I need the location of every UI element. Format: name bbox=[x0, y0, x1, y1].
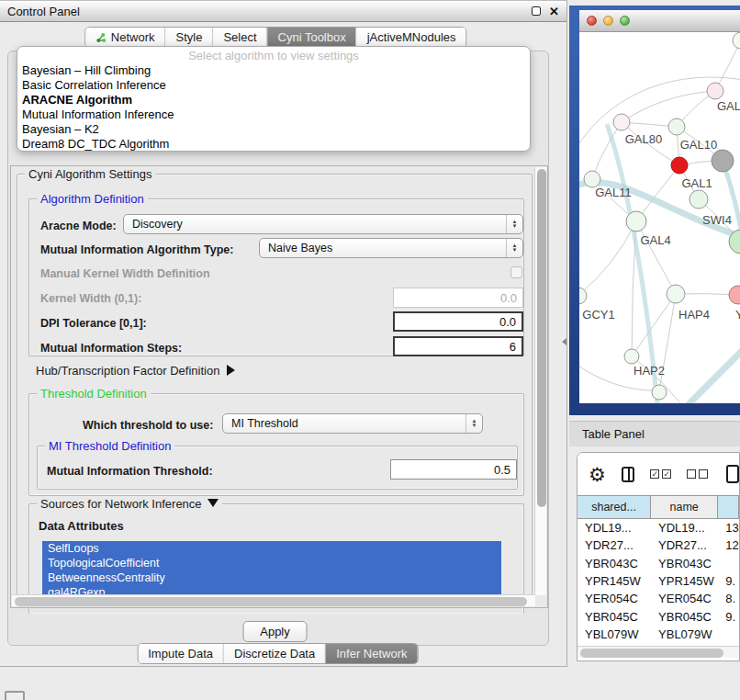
tab-network[interactable]: Network bbox=[85, 28, 166, 47]
tab-infer-network[interactable]: Infer Network bbox=[326, 644, 417, 663]
mi-type-combo[interactable]: Naive Bayes ▲▼ bbox=[259, 238, 523, 258]
tab-label: Discretize Data bbox=[234, 647, 315, 660]
attribute-list-item[interactable]: TopologicalCoefficient bbox=[42, 556, 501, 570]
tab-impute-data[interactable]: Impute Data bbox=[138, 644, 224, 663]
tab-select[interactable]: Select bbox=[213, 28, 267, 47]
sources-title-text: Sources for Network Inference bbox=[40, 497, 202, 511]
network-node-hap4[interactable] bbox=[667, 285, 685, 303]
column-header-name[interactable]: name bbox=[651, 496, 718, 518]
sources-group-title[interactable]: Sources for Network Inference bbox=[37, 497, 222, 511]
table-row[interactable]: YBL079WYBL079W bbox=[577, 626, 739, 643]
mi-threshold-label: Mutual Information Threshold: bbox=[47, 465, 213, 478]
manual-kernel-checkbox[interactable] bbox=[510, 266, 522, 278]
network-node-gcy1[interactable] bbox=[579, 288, 587, 304]
mac-close-icon[interactable] bbox=[587, 16, 597, 26]
data-attributes-list[interactable]: SelfLoopsTopologicalCoefficientBetweenne… bbox=[42, 541, 516, 602]
table-cell: YDR27... bbox=[651, 538, 718, 552]
tab-label: Infer Network bbox=[336, 647, 407, 660]
table-cell: YER054C bbox=[577, 592, 651, 605]
network-node-gal10[interactable] bbox=[668, 119, 685, 135]
mi-type-label: Mutual Information Algorithm Type: bbox=[40, 243, 233, 256]
tab-style[interactable]: Style bbox=[165, 28, 213, 47]
node-label: SWI4 bbox=[702, 213, 732, 227]
checked-boxes-icon[interactable]: ✓✓ bbox=[650, 469, 671, 479]
network-canvas[interactable]: GALGAL80GAL10GAL1GAL11SWI4GAL4GCY1HAP4YH… bbox=[579, 32, 740, 403]
split-pane-handle-icon[interactable] bbox=[562, 338, 566, 345]
hub-definition-toggle[interactable]: Hub/Transcription Factor Definition bbox=[36, 364, 235, 378]
node-label: Y bbox=[735, 308, 740, 322]
network-node-hap2[interactable] bbox=[624, 349, 639, 364]
table-horizontal-scrollbar[interactable] bbox=[577, 646, 739, 658]
mi-steps-input[interactable]: 6 bbox=[393, 336, 523, 356]
aracne-mode-label: Aracne Mode: bbox=[40, 220, 117, 232]
panel-toggle-button[interactable] bbox=[5, 691, 25, 700]
algorithm-option[interactable]: Bayesian – Hill Climbing bbox=[17, 63, 530, 78]
mac-minimize-icon[interactable] bbox=[603, 16, 613, 26]
algorithm-definition-group: Algorithm Definition Aracne Mode: Discov… bbox=[28, 198, 524, 356]
dpi-tolerance-input[interactable]: 0.0 bbox=[393, 311, 523, 332]
table-cell: YBL079W bbox=[651, 627, 718, 641]
apply-button[interactable]: Apply bbox=[243, 621, 308, 642]
tab-label: Network bbox=[111, 30, 155, 44]
network-node[interactable] bbox=[652, 385, 667, 400]
attribute-list-item[interactable]: BetweennessCentrality bbox=[42, 570, 501, 585]
attribute-list-item[interactable]: SelfLoops bbox=[42, 541, 501, 556]
algorithm-option[interactable]: Dream8 DC_TDC Algorithm bbox=[17, 137, 530, 152]
table-row[interactable]: YER054CYER054C8. bbox=[577, 590, 739, 607]
table-row[interactable]: YBR045CYBR045C9. bbox=[577, 607, 739, 625]
table-cell: YPR145W bbox=[651, 574, 718, 588]
horizontal-scrollbar[interactable] bbox=[12, 594, 535, 606]
network-node-y[interactable] bbox=[729, 286, 740, 304]
vertical-scrollbar-thumb[interactable] bbox=[537, 169, 546, 507]
tab-label: Select bbox=[223, 30, 256, 44]
tab-cyni-toolbox[interactable]: Cyni Toolbox bbox=[268, 28, 357, 47]
algorithm-option[interactable]: Basic Correlation Inference bbox=[17, 78, 530, 93]
network-node[interactable] bbox=[733, 32, 740, 49]
network-node-gal4[interactable] bbox=[626, 211, 646, 231]
node-label: GAL80 bbox=[625, 132, 662, 146]
unchecked-boxes-icon[interactable] bbox=[687, 469, 708, 479]
network-node-gal1[interactable] bbox=[671, 157, 688, 174]
horizontal-scrollbar-thumb[interactable] bbox=[15, 597, 527, 606]
columns-icon[interactable] bbox=[622, 467, 634, 482]
vertical-scrollbar[interactable] bbox=[534, 167, 546, 595]
network-node-swi4[interactable] bbox=[690, 190, 708, 209]
aracne-mode-combo[interactable]: Discovery ▲▼ bbox=[123, 214, 523, 234]
network-node[interactable] bbox=[712, 150, 734, 172]
float-window-icon[interactable] bbox=[532, 6, 541, 16]
cyni-algorithm-settings-group: Cyni Algorithm Settings Algorithm Defini… bbox=[17, 174, 533, 605]
column-header-extra[interactable] bbox=[718, 496, 739, 518]
kernel-width-input[interactable]: 0.0 bbox=[393, 288, 523, 308]
close-icon[interactable]: ✕ bbox=[549, 6, 559, 17]
algorithm-option[interactable]: Mutual Information Inference bbox=[17, 107, 530, 122]
table-cell: YER054C bbox=[651, 592, 718, 605]
mi-threshold-input[interactable]: 0.5 bbox=[390, 459, 517, 480]
table-cell: YBR045C bbox=[577, 610, 651, 624]
algorithm-option[interactable]: ARACNE Algorithm bbox=[17, 93, 530, 107]
table-row[interactable]: YPR145WYPR145W9. bbox=[577, 572, 739, 590]
document-icon[interactable] bbox=[726, 465, 739, 483]
table-row[interactable]: YDL19...YDL19...13 bbox=[577, 519, 739, 536]
node-label: HAP2 bbox=[633, 364, 665, 378]
tab-label: Style bbox=[175, 30, 202, 44]
which-threshold-combo[interactable]: MI Threshold ▲▼ bbox=[222, 413, 483, 434]
algorithm-option[interactable]: Bayesian – K2 bbox=[17, 122, 530, 137]
table-header-row: shared...name bbox=[577, 495, 739, 519]
gear-icon[interactable]: ⚙ bbox=[589, 465, 606, 484]
network-view-window[interactable]: GALGAL80GAL10GAL1GAL11SWI4GAL4GCY1HAP4YH… bbox=[569, 6, 740, 415]
table-scrollbar-thumb[interactable] bbox=[580, 649, 723, 658]
network-node-gal80[interactable] bbox=[613, 114, 630, 130]
control-panel-window: Control Panel ✕ NetworkStyleSelectCyni T… bbox=[0, 0, 567, 667]
table-row[interactable]: YBR043CYBR043C bbox=[577, 555, 739, 572]
tab-label: Cyni Toolbox bbox=[278, 30, 346, 44]
tab-jactivemnodules[interactable]: jActiveMNodules bbox=[357, 28, 466, 47]
column-header-shared...[interactable]: shared... bbox=[577, 496, 651, 518]
algorithm-dropdown-popup: Select algorithm to view settings Bayesi… bbox=[17, 46, 531, 152]
mac-zoom-icon[interactable] bbox=[620, 16, 630, 26]
node-label: GCY1 bbox=[582, 308, 614, 322]
network-node[interactable] bbox=[707, 83, 723, 99]
table-row[interactable]: YDR27...YDR27...12 bbox=[577, 536, 739, 554]
tab-discretize-data[interactable]: Discretize Data bbox=[224, 644, 326, 663]
which-threshold-value: MI Threshold bbox=[231, 417, 298, 430]
network-edge bbox=[622, 91, 715, 122]
